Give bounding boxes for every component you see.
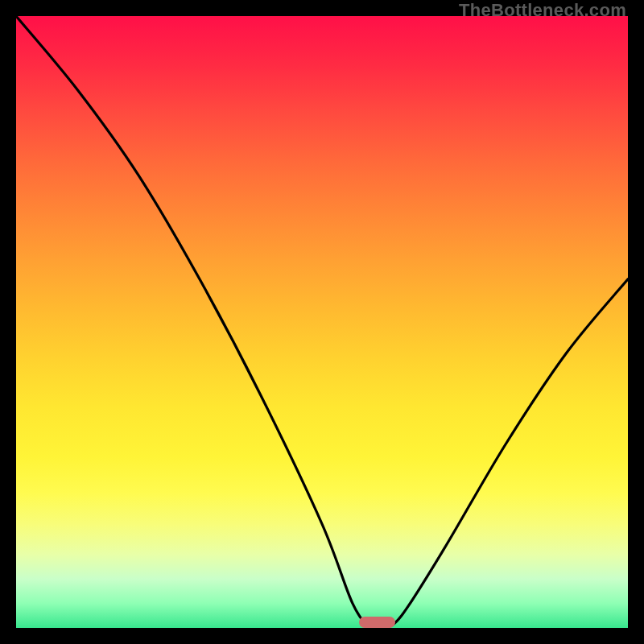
optimal-zone-marker (359, 617, 396, 628)
bottleneck-curve (16, 16, 628, 628)
plot-area (16, 16, 628, 628)
chart-frame: TheBottleneck.com (0, 0, 644, 644)
